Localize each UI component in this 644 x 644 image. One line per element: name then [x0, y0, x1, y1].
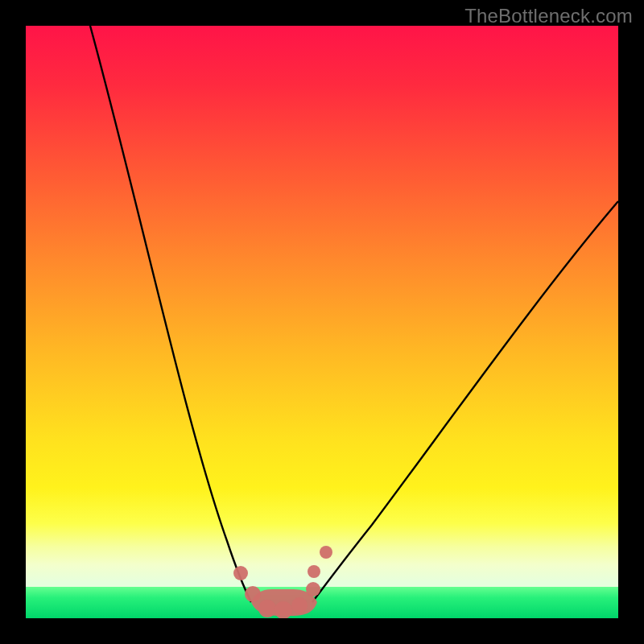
- trough-dot: [275, 601, 292, 618]
- trough-dot: [306, 582, 320, 597]
- trough-dot: [233, 566, 248, 580]
- curve-layer: [26, 26, 618, 618]
- trough-dot: [245, 586, 261, 602]
- trough-dot: [258, 600, 276, 617]
- trough-dot: [308, 565, 320, 578]
- plot-area: [26, 26, 618, 618]
- trough-dot: [291, 597, 308, 613]
- curve-left: [90, 26, 251, 602]
- trough-markers: [233, 546, 332, 618]
- curve-right: [312, 201, 618, 602]
- watermark-text: TheBottleneck.com: [464, 5, 633, 27]
- trough-dot: [320, 546, 332, 559]
- outer-frame: TheBottleneck.com: [0, 0, 644, 644]
